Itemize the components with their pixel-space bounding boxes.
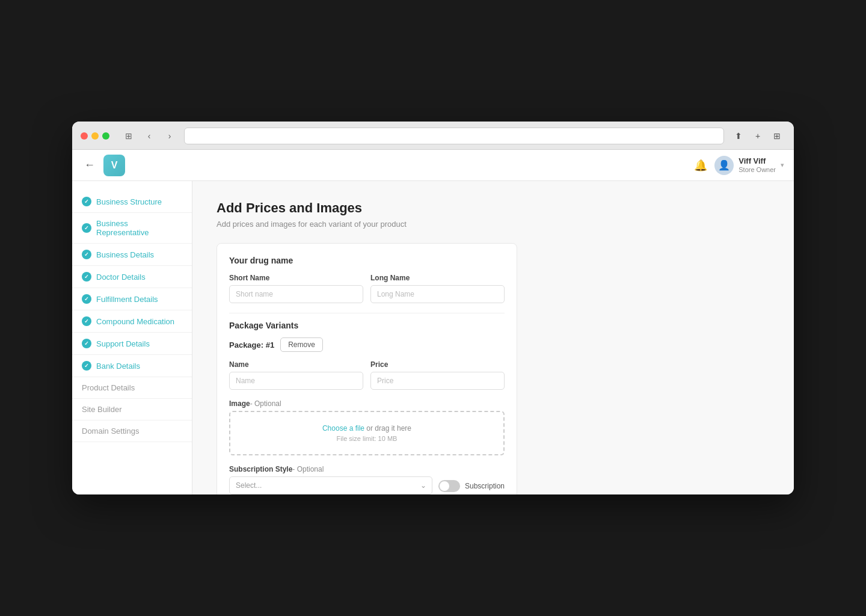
upload-text: Choose a file or drag it here <box>242 424 491 433</box>
divider <box>229 313 505 313</box>
check-icon <box>82 272 91 282</box>
long-name-label: Long Name <box>370 274 505 282</box>
subscription-style-select[interactable]: Select... <box>229 476 432 494</box>
package-variants-section-title: Package Variants <box>229 321 505 330</box>
sidebar-item-label: Doctor Details <box>96 273 146 282</box>
fullscreen-traffic-light[interactable] <box>102 132 109 140</box>
chevron-down-icon: ▾ <box>781 161 784 169</box>
sidebar-toggle-button[interactable]: ⊞ <box>120 128 137 144</box>
subscription-toggle[interactable] <box>438 480 460 492</box>
forward-nav-button[interactable]: › <box>161 128 178 144</box>
sidebar-item-business-details[interactable]: Business Details <box>72 244 192 266</box>
sidebar-item-site-builder[interactable]: Site Builder <box>72 399 192 420</box>
user-text: Viff Viff Store Owner <box>739 156 776 174</box>
name-group: Name <box>229 360 363 390</box>
name-input[interactable] <box>229 372 363 390</box>
main-layout: Business Structure Business Representati… <box>72 181 794 494</box>
sidebar-item-label: Bank Details <box>96 362 140 371</box>
check-icon <box>82 316 91 326</box>
sidebar-item-label: Site Builder <box>82 405 121 414</box>
image-group: Image- Optional Choose a file or drag it… <box>229 399 505 465</box>
sidebar-item-compound-medication[interactable]: Compound Medication <box>72 310 192 333</box>
check-icon <box>82 223 91 233</box>
sidebar: Business Structure Business Representati… <box>72 181 192 494</box>
user-info[interactable]: 👤 Viff Viff Store Owner ▾ <box>714 156 784 175</box>
browser-chrome: ⊞ ‹ › ⬆ + ⊞ <box>72 122 794 150</box>
long-name-input[interactable] <box>370 285 505 303</box>
subscription-select-wrapper: Select... <box>229 476 432 494</box>
short-name-label: Short Name <box>229 274 363 282</box>
name-label: Name <box>229 360 363 369</box>
header-left: ← V <box>82 155 125 176</box>
page-title: Add Prices and Images <box>216 200 770 216</box>
sidebar-item-support-details[interactable]: Support Details <box>72 333 192 355</box>
back-button[interactable]: ← <box>82 156 97 174</box>
upload-link[interactable]: Choose a file <box>322 424 364 433</box>
subscription-style-group: Subscription Style- Optional Select... <box>229 465 432 494</box>
name-price-row: Name Price <box>229 360 505 390</box>
sidebar-item-label: Business Representative <box>96 219 182 237</box>
notification-button[interactable]: 🔔 <box>694 159 707 172</box>
sidebar-item-label: Domain Settings <box>82 427 139 436</box>
sidebar-item-label: Compound Medication <box>96 317 174 326</box>
sidebar-item-label: Business Structure <box>96 197 162 206</box>
price-group: Price <box>370 360 505 390</box>
price-label: Price <box>370 360 505 369</box>
check-icon <box>82 250 91 259</box>
back-nav-button[interactable]: ‹ <box>141 128 158 144</box>
browser-action-buttons: ⬆ + ⊞ <box>730 128 785 144</box>
package-header: Package: #1 Remove <box>229 337 505 352</box>
address-bar[interactable] <box>184 128 724 144</box>
sidebar-item-label: Product Details <box>82 383 135 392</box>
minimize-traffic-light[interactable] <box>91 132 99 140</box>
header-right: 🔔 👤 Viff Viff Store Owner ▾ <box>694 156 784 175</box>
user-name: Viff Viff <box>739 156 776 166</box>
new-tab-button[interactable]: + <box>749 128 766 144</box>
sidebar-item-label: Business Details <box>96 250 154 259</box>
short-name-input[interactable] <box>229 285 363 303</box>
sidebar-item-business-structure[interactable]: Business Structure <box>72 191 192 213</box>
app-logo: V <box>103 155 125 176</box>
sidebar-item-product-details[interactable]: Product Details <box>72 377 192 399</box>
page-subtitle: Add prices and images for each variant o… <box>216 220 770 229</box>
package-label: Package: #1 <box>229 340 274 350</box>
close-traffic-light[interactable] <box>81 132 88 140</box>
check-icon <box>82 339 91 348</box>
price-input[interactable] <box>370 372 505 390</box>
remove-button[interactable]: Remove <box>280 337 323 352</box>
traffic-lights <box>81 132 109 140</box>
subscription-toggle-group: Subscription <box>438 468 505 492</box>
share-button[interactable]: ⬆ <box>730 128 747 144</box>
check-icon <box>82 361 91 371</box>
drug-name-row: Short Name Long Name <box>229 274 505 303</box>
app-header: ← V 🔔 👤 Viff Viff Store Owner ▾ <box>72 150 794 181</box>
sidebar-item-doctor-details[interactable]: Doctor Details <box>72 266 192 288</box>
subscription-style-label: Subscription Style- Optional <box>229 465 432 473</box>
drug-name-section-title: Your drug name <box>229 256 505 265</box>
avatar: 👤 <box>714 156 734 175</box>
user-role: Store Owner <box>739 166 776 174</box>
browser-nav-controls: ⊞ ‹ › <box>120 128 178 144</box>
sidebar-item-business-representative[interactable]: Business Representative <box>72 213 192 244</box>
form-card: Your drug name Short Name Long Name <box>216 243 517 494</box>
main-content: Add Prices and Images Add prices and ima… <box>192 181 794 494</box>
image-label: Image- Optional <box>229 399 505 408</box>
short-name-group: Short Name <box>229 274 363 303</box>
subscription-row: Subscription Style- Optional Select... S… <box>229 465 505 494</box>
app-container: ← V 🔔 👤 Viff Viff Store Owner ▾ <box>72 150 794 494</box>
check-icon <box>82 197 91 206</box>
sidebar-item-label: Fulfillment Details <box>96 295 158 304</box>
long-name-group: Long Name <box>370 274 505 303</box>
image-upload-area[interactable]: Choose a file or drag it here File size … <box>229 411 505 455</box>
sidebar-item-domain-settings[interactable]: Domain Settings <box>72 420 192 442</box>
subscription-toggle-label: Subscription <box>465 482 505 490</box>
sidebar-item-bank-details[interactable]: Bank Details <box>72 355 192 377</box>
sidebar-item-fulfillment-details[interactable]: Fulfillment Details <box>72 288 192 310</box>
grid-button[interactable]: ⊞ <box>769 128 785 144</box>
sidebar-item-label: Support Details <box>96 339 150 348</box>
upload-limit-text: File size limit: 10 MB <box>242 435 491 442</box>
check-icon <box>82 294 91 304</box>
